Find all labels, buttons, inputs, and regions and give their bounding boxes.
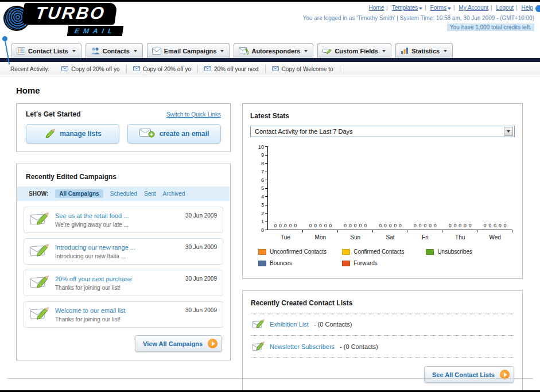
- recent-activity-item[interactable]: 20% off your next: [198, 65, 266, 73]
- campaign-title-link[interactable]: Welcome to our email list: [55, 307, 180, 314]
- y-tick: 5: [261, 188, 267, 189]
- chart-group: 00000Tue: [268, 146, 303, 230]
- contact-list-row[interactable]: Exhibition List - (0 Contacts): [251, 313, 514, 336]
- filter-scheduled[interactable]: Scheduled: [110, 191, 137, 197]
- chart-zero-values: 00000: [407, 223, 442, 228]
- contact-list-row[interactable]: Newsletter Subscribers - (0 Contacts): [251, 336, 514, 358]
- chevron-down-icon: [448, 7, 451, 10]
- campaign-row[interactable]: Introducing our new range ... Introducin…: [24, 238, 223, 265]
- chevron-down-icon: [220, 50, 224, 52]
- recent-activity-item[interactable]: Copy of 20% off yo: [55, 65, 126, 73]
- statistics-icon: [401, 47, 409, 55]
- list-edit-icon: [252, 341, 265, 352]
- top-link-logout[interactable]: Logout: [496, 5, 514, 11]
- campaign-date: 30 Jun 2009: [185, 244, 217, 250]
- chart-zero-values: 00000: [477, 223, 512, 228]
- chart-plot: 00000Tue00000Mon00000Sun00000Sat00000Fri…: [267, 146, 512, 230]
- y-tick: 10: [258, 146, 267, 147]
- campaign-row[interactable]: 20% off your next purchase Thanks for jo…: [24, 270, 223, 296]
- manage-lists-button[interactable]: manage lists: [26, 124, 119, 143]
- list-edit-icon: [252, 319, 265, 330]
- chart-group: 00000Mon: [303, 146, 338, 230]
- page-title: Home: [16, 86, 523, 95]
- top-link-forms[interactable]: Forms: [430, 5, 451, 11]
- y-tick: 7: [261, 172, 267, 172]
- contact-list-count: - (0 Contacts): [314, 321, 352, 328]
- campaign-row[interactable]: Welcome to our email list Thanks for joi…: [24, 301, 223, 328]
- legend-label: Confirmed Contacts: [353, 249, 404, 255]
- tab-autoresponders[interactable]: Autoresponders: [234, 43, 313, 58]
- filter-archived[interactable]: Archived: [163, 191, 185, 197]
- legend-swatch: [426, 249, 434, 255]
- email-campaigns-icon: [152, 48, 161, 55]
- chevron-down-icon: [382, 50, 386, 52]
- stats-period-select[interactable]: Contact Activity for the Last 7 Days: [250, 126, 515, 137]
- recent-activity-item[interactable]: Copy of 20% off yo: [127, 65, 198, 73]
- x-axis-label: Fri: [407, 234, 442, 240]
- tab-custom-fields[interactable]: Custom Fields: [317, 43, 391, 58]
- top-link-home[interactable]: Home: [369, 5, 384, 11]
- tab-contacts[interactable]: Contacts: [86, 43, 143, 58]
- campaign-row[interactable]: See us at the retail food ... We're givi…: [24, 207, 223, 233]
- recent-activity-item[interactable]: Copy of Welcome to: [266, 65, 340, 73]
- chevron-down-icon: [304, 50, 308, 52]
- chevron-down-icon: [419, 7, 422, 10]
- top-right-area: Home| Templates| Forms| My Account| Logo…: [303, 5, 534, 32]
- x-axis-label: Wed: [477, 234, 512, 240]
- show-label: SHOW:: [29, 191, 48, 197]
- filter-all-campaigns[interactable]: All Campaigns: [55, 189, 103, 198]
- y-tick: 3: [261, 205, 267, 205]
- legend-label: Bounces: [270, 260, 292, 266]
- top-link-help[interactable]: Help: [521, 5, 533, 11]
- legend-label: Unsubscribes: [437, 249, 472, 255]
- top-link-my-account[interactable]: My Account: [459, 5, 488, 11]
- legend-swatch: [342, 261, 350, 266]
- top-link-label: Templates: [392, 5, 418, 11]
- recent-activity-label: Recent Activity:: [10, 66, 49, 72]
- chart-zero-values: 00000: [373, 223, 408, 228]
- app-window: TURBO EMAIL Home| Templates| Forms| My A…: [0, 0, 540, 392]
- tab-email-campaigns[interactable]: Email Campaigns: [147, 43, 230, 58]
- nav-accent-bar: [0, 58, 540, 62]
- recent-activity-bar: Recent Activity: Copy of 20% off yo Copy…: [0, 62, 540, 76]
- see-all-contact-lists-button[interactable]: See All Contact Lists: [424, 366, 514, 383]
- campaign-subtitle: Introducing our new Italia ...: [55, 253, 180, 259]
- contact-list-link[interactable]: Exhibition List: [270, 321, 309, 328]
- chevron-down-icon: [444, 50, 447, 52]
- campaign-text: Welcome to our email list Thanks for joi…: [55, 307, 180, 323]
- campaign-subtitle: We're giving away our late ...: [55, 222, 180, 228]
- chart-zero-values: 00000: [338, 223, 373, 228]
- chart-group: 00000Fri: [407, 146, 442, 230]
- pencil-icon: [44, 129, 55, 139]
- switch-quick-links-link[interactable]: Switch to Quick Links: [166, 111, 221, 118]
- recent-campaigns-panel: Recently Edited Campaigns SHOW: All Camp…: [16, 164, 231, 360]
- recent-activity-item-label: Copy of 20% off yo: [71, 66, 119, 72]
- create-email-button[interactable]: create an email: [127, 124, 221, 143]
- campaign-edit-icon: [30, 306, 49, 323]
- y-tick: 6: [261, 180, 267, 180]
- contact-list-link[interactable]: Newsletter Subscribers: [270, 343, 335, 350]
- view-all-campaigns-button[interactable]: View All Campaigns: [135, 335, 222, 352]
- campaign-title-link[interactable]: Introducing our new range ...: [55, 244, 180, 251]
- chart-zero-values: 00000: [442, 223, 477, 228]
- top-link-templates[interactable]: Templates: [392, 5, 423, 11]
- autoresponders-icon: [239, 47, 248, 55]
- campaign-text: See us at the retail food ... We're givi…: [55, 212, 180, 228]
- campaign-title-link[interactable]: 20% off your next purchase: [55, 275, 180, 282]
- y-tick: 8: [261, 163, 267, 164]
- contact-list-count: - (0 Contacts): [340, 343, 378, 350]
- chevron-down-icon: [134, 50, 137, 52]
- tab-label: Contacts: [103, 48, 130, 55]
- tab-contact-lists[interactable]: Contact Lists: [11, 43, 81, 58]
- filter-sent[interactable]: Sent: [144, 191, 156, 197]
- campaign-title-link[interactable]: See us at the retail food ...: [55, 212, 180, 219]
- tab-statistics[interactable]: Statistics: [395, 43, 453, 58]
- contacts-icon: [91, 47, 100, 55]
- custom-fields-icon: [323, 47, 332, 55]
- legend-swatch: [342, 249, 350, 255]
- get-started-panel: Let's Get Started Switch to Quick Links …: [16, 103, 231, 152]
- campaign-subtitle: Thanks for joining our list!: [55, 285, 180, 291]
- recent-activity-item-label: Copy of Welcome to: [282, 66, 333, 72]
- top-link-label: Forms: [430, 5, 446, 11]
- email-icon: [61, 66, 68, 72]
